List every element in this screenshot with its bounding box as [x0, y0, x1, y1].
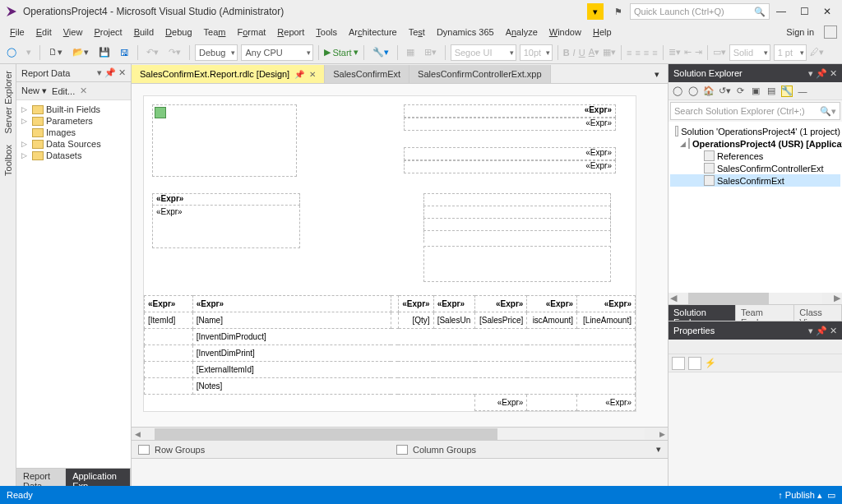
expr-cell[interactable]: «Expr» — [404, 147, 616, 160]
tablix-cell[interactable]: [Notes] — [192, 378, 635, 395]
rd-edit-button[interactable]: Edit... — [52, 86, 75, 96]
redo-button[interactable]: ↷▾ — [165, 45, 184, 59]
solution-search-input[interactable]: Search Solution Explorer (Ctrl+;) 🔍▾ — [670, 102, 840, 120]
expr-cell[interactable]: «Expr» — [152, 193, 300, 206]
signin-link[interactable]: Sign in — [781, 25, 819, 39]
tab-team-explorer[interactable]: Team Explorer — [736, 305, 794, 321]
menu-view[interactable]: View — [58, 25, 88, 39]
se-fwd-icon[interactable]: ◯ — [687, 86, 699, 97]
tablix-cell[interactable] — [145, 378, 193, 395]
se-refresh-icon[interactable]: ⟳ — [734, 86, 746, 97]
rd-new-button[interactable]: New ▾ — [21, 86, 47, 96]
menu-analyze[interactable]: Analyze — [501, 25, 543, 39]
row-groups-label[interactable]: Row Groups — [132, 441, 390, 458]
alphabetical-icon[interactable] — [688, 357, 701, 370]
pin-icon[interactable]: ▾ 📌 ✕ — [808, 326, 837, 336]
quick-launch-input[interactable]: Quick Launch (Ctrl+Q) 🔍 — [630, 3, 770, 20]
expr-block[interactable] — [423, 246, 611, 282]
tablix-cell[interactable] — [391, 312, 398, 329]
column-groups-label[interactable]: Column Groups — [390, 441, 648, 458]
doc-tab-report-design[interactable]: SalesConfirmExt.Report.rdlc [Design]📌✕ — [132, 65, 325, 83]
rd-images[interactable]: Images — [18, 127, 129, 138]
tab-solution-explorer[interactable]: Solution Explorer — [669, 305, 736, 321]
rd-builtin-fields[interactable]: ▷Built-in Fields — [18, 104, 129, 115]
file-salesconfirmext[interactable]: SalesConfirmExt — [670, 174, 840, 187]
tablix-cell[interactable]: [SalesUn — [433, 312, 475, 329]
tablix-cell[interactable]: «Expr» — [577, 395, 636, 411]
designer-h-scrollbar[interactable]: ◀ ▶ — [132, 427, 668, 440]
tablix-cell[interactable]: [InventDimPrint] — [192, 345, 635, 362]
menu-build[interactable]: Build — [129, 25, 159, 39]
tablix-cell[interactable]: [Qty] — [398, 312, 433, 329]
expr-line[interactable] — [423, 193, 611, 206]
se-home-icon[interactable]: 🏠 — [703, 86, 715, 97]
server-explorer-tab[interactable]: Server Explorer — [2, 66, 15, 138]
maximize-button[interactable]: ☐ — [793, 3, 816, 20]
solution-config-combo[interactable]: Debug — [195, 44, 238, 61]
close-button[interactable]: ✕ — [816, 3, 839, 20]
menu-window[interactable]: Window — [544, 25, 586, 39]
expr-cell[interactable]: «Expr» — [404, 160, 616, 173]
tablix-cell[interactable]: [Name] — [192, 312, 391, 329]
menu-team[interactable]: Team — [199, 25, 231, 39]
solution-tree[interactable]: Solution 'OperationsProject4' (1 project… — [669, 122, 842, 293]
group-panel-body[interactable] — [132, 458, 668, 486]
minimize-button[interactable]: — — [770, 3, 793, 20]
menu-test[interactable]: Test — [404, 25, 430, 39]
tab-class-view[interactable]: Class View — [794, 305, 842, 321]
expr-line[interactable] — [423, 230, 611, 243]
pin-icon[interactable]: 📌 — [294, 70, 304, 79]
references-node[interactable]: References — [670, 150, 840, 162]
tab-report-data[interactable]: Report Data — [16, 469, 66, 486]
start-button[interactable]: ▶ Start ▾ — [324, 47, 358, 58]
pin-icon[interactable]: ▾ 📌 ✕ — [97, 67, 126, 78]
menu-dynamics[interactable]: Dynamics 365 — [432, 25, 499, 39]
solution-root[interactable]: Solution 'OperationsProject4' (1 project… — [670, 125, 840, 137]
expr-cell[interactable]: «Expr» — [152, 206, 300, 248]
expr-line[interactable] — [423, 218, 611, 230]
se-sync-icon[interactable]: ↺▾ — [719, 86, 730, 97]
tablix-cell[interactable] — [145, 329, 193, 345]
group-menu-button[interactable]: ▾ — [656, 444, 661, 455]
tablix-cell[interactable]: [InventDimProduct] — [192, 329, 635, 345]
rd-delete-button[interactable]: ✕ — [80, 86, 87, 96]
build-button[interactable]: 🔧▾ — [369, 45, 392, 59]
nav-back-button[interactable]: ◯ — [3, 45, 20, 59]
toolbox-tab[interactable]: Toolbox — [2, 140, 15, 181]
categorized-icon[interactable] — [672, 357, 685, 370]
tablix-header[interactable]: «Expr» — [433, 296, 475, 312]
status-notifications-icon[interactable]: ▭ — [827, 490, 835, 501]
new-project-button[interactable]: 🗋▾ — [45, 45, 66, 59]
rd-parameters[interactable]: ▷Parameters — [18, 115, 129, 127]
tablix-cell[interactable] — [145, 362, 193, 378]
scroll-thumb[interactable] — [155, 428, 497, 440]
publish-button[interactable]: ↑ Publish ▴ — [778, 490, 822, 501]
expr-line[interactable] — [423, 206, 611, 218]
tablix-header[interactable]: «Expr» — [577, 296, 636, 312]
doc-tab-salesconfirmext[interactable]: SalesConfirmExt — [325, 65, 409, 83]
tablix-header[interactable]: «Expr» — [398, 296, 433, 312]
se-back-icon[interactable]: ◯ — [672, 86, 683, 97]
expr-cell[interactable]: «Expr» — [404, 104, 616, 118]
report-body[interactable]: «Expr» «Expr» «Expr» «Expr» «Expr» «Expr… — [143, 95, 636, 412]
menu-tools[interactable]: Tools — [311, 25, 342, 39]
tablix-cell[interactable]: [LineAmount] — [577, 312, 636, 329]
rd-datasets[interactable]: ▷Datasets — [18, 150, 129, 161]
tablix-cell[interactable] — [527, 395, 577, 411]
properties-grid[interactable] — [669, 372, 842, 486]
menu-edit[interactable]: Edit — [31, 25, 57, 39]
menu-architecture[interactable]: Architecture — [344, 25, 402, 39]
menu-format[interactable]: Format — [232, 25, 271, 39]
tablix-header[interactable]: «Expr» — [475, 296, 527, 312]
se-showall-icon[interactable]: ▤ — [766, 86, 777, 97]
tablix-header[interactable]: «Expr» — [527, 296, 577, 312]
feedback-flag-icon[interactable]: ▾ — [587, 3, 604, 20]
menu-report[interactable]: Report — [272, 25, 309, 39]
file-controllerext[interactable]: SalesConfirmControllerExt — [670, 162, 840, 174]
tablix-cell[interactable] — [145, 345, 193, 362]
tab-application-explorer[interactable]: Application Exp... — [66, 469, 131, 486]
report-designer-surface[interactable]: «Expr» «Expr» «Expr» «Expr» «Expr» «Expr… — [132, 84, 668, 427]
se-properties-icon[interactable]: 🔧 — [781, 86, 793, 97]
doc-tab-controllerext[interactable]: SalesConfirmControllerExt.xpp — [409, 65, 550, 83]
rd-datasources[interactable]: ▷Data Sources — [18, 138, 129, 150]
